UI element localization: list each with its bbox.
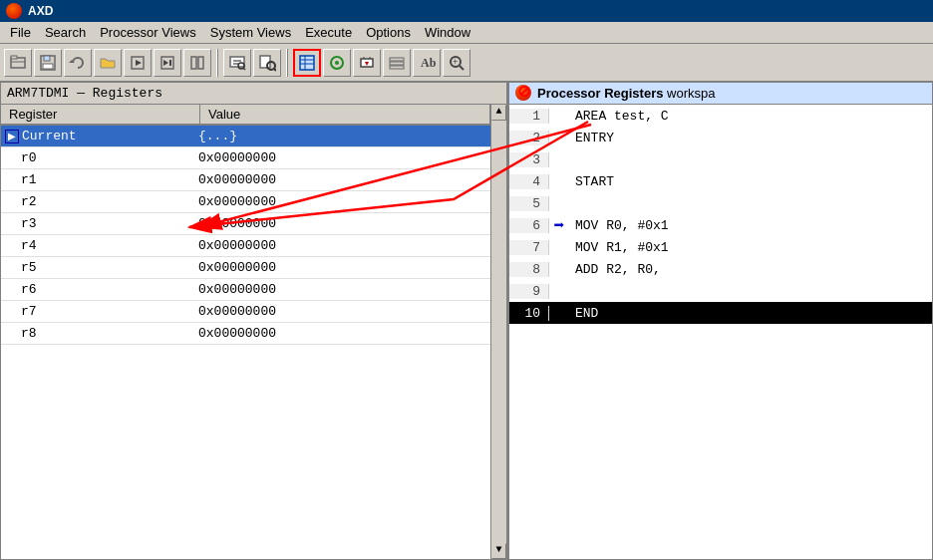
svg-line-37 (460, 66, 464, 70)
menu-window[interactable]: Window (419, 24, 476, 41)
toolbar-btn-1[interactable] (4, 49, 32, 77)
toolbar-btn-disasm[interactable]: Ab (413, 49, 441, 77)
toolbar-btn-7[interactable] (183, 49, 211, 77)
menu-options[interactable]: Options (360, 24, 417, 41)
svg-rect-32 (390, 58, 404, 61)
col-register: Register (1, 105, 200, 124)
toolbar-btn-2[interactable] (34, 49, 62, 77)
toolbar-btn-3[interactable] (64, 49, 92, 77)
reg-value-r0: 0x00000000 (190, 148, 490, 167)
svg-rect-13 (198, 57, 203, 69)
reg-value-r8: 0x00000000 (190, 324, 490, 343)
code-line-1: 1 AREA test, C (509, 105, 932, 127)
line-code-6: MOV R0, #0x1 (569, 218, 932, 233)
reg-name-r6: r6 (1, 280, 190, 299)
svg-rect-34 (390, 66, 404, 69)
code-panel-title: ⊘ Processor Registers workspa (509, 83, 932, 105)
svg-rect-5 (43, 64, 53, 69)
code-panel-title-text: Processor Registers workspa (537, 86, 716, 101)
expand-icon: ▶ (5, 130, 19, 143)
app-title: AXD (28, 4, 53, 18)
reg-value-r5: 0x00000000 (190, 258, 490, 277)
code-line-9: 9 (509, 280, 932, 302)
vertical-scrollbar[interactable]: ▲ ▼ (490, 105, 506, 559)
toolbar-btn-registers[interactable] (293, 49, 321, 77)
line-code-2: ENTRY (569, 131, 932, 145)
registers-panel-title: ARM7TDMI — Registers (1, 83, 506, 105)
toolbar-btn-6[interactable] (154, 49, 181, 77)
menu-execute[interactable]: Execute (299, 24, 358, 41)
reg-row-r3[interactable]: r3 0x00000000 (1, 213, 490, 235)
reg-row-r0[interactable]: r0 0x00000000 (1, 147, 490, 169)
reg-value-r4: 0x00000000 (190, 236, 490, 255)
reg-name-r1: r1 (1, 170, 190, 189)
reg-row-r5[interactable]: r5 0x00000000 (1, 257, 490, 279)
code-line-6: 6 ➡ MOV R0, #0x1 (509, 214, 932, 236)
line-num-9: 9 (509, 284, 549, 299)
app-icon (6, 3, 22, 19)
reg-row-current[interactable]: ▶ Current {...} (1, 126, 490, 147)
line-code-10: END (569, 306, 932, 321)
line-num-5: 5 (509, 196, 549, 211)
code-content: 1 AREA test, C 2 ENTRY 3 (509, 105, 932, 559)
registers-table: Register Value ▶ Current {...} r0 (1, 105, 490, 559)
menu-system-views[interactable]: System Views (204, 24, 297, 41)
menu-search[interactable]: Search (39, 24, 92, 41)
reg-name-r3: r3 (1, 214, 190, 233)
toolbar-btn-zoom[interactable]: + (443, 49, 470, 77)
svg-rect-22 (300, 56, 314, 70)
svg-marker-10 (163, 60, 168, 66)
col-value: Value (200, 105, 490, 124)
menu-processor-views[interactable]: Processor Views (94, 24, 202, 41)
line-num-2: 2 (509, 131, 549, 145)
toolbar-btn-mem1[interactable] (323, 49, 351, 77)
toolbar-btn-mem2[interactable] (353, 49, 381, 77)
reg-name-r0: r0 (1, 148, 190, 167)
line-code-4: START (569, 174, 932, 189)
svg-rect-1 (11, 56, 17, 59)
code-line-5: 5 (509, 192, 932, 214)
line-num-4: 4 (509, 174, 549, 189)
scroll-down-btn[interactable]: ▼ (491, 543, 506, 559)
menu-file[interactable]: File (4, 24, 37, 41)
line-num-3: 3 (509, 152, 549, 167)
code-line-7: 7 MOV R1, #0x1 (509, 236, 932, 258)
svg-line-18 (243, 68, 245, 70)
reg-row-r7[interactable]: r7 0x00000000 (1, 301, 490, 323)
code-panel: ⊘ Processor Registers workspa 1 AREA tes… (508, 82, 933, 560)
reg-name-r5: r5 (1, 258, 190, 277)
code-line-3: 3 (509, 148, 932, 170)
toolbar-btn-4[interactable] (94, 49, 122, 77)
main-content: ARM7TDMI — Registers Register Value ▶ Cu… (0, 82, 933, 560)
svg-text:+: + (453, 58, 458, 68)
reg-row-r1[interactable]: r1 0x00000000 (1, 169, 490, 191)
svg-rect-11 (169, 60, 171, 66)
reg-value-r6: 0x00000000 (190, 280, 490, 299)
toolbar: Ab + (0, 44, 933, 82)
reg-value-current: {...} (190, 127, 490, 145)
reg-name-r2: r2 (1, 192, 190, 211)
code-line-2: 2 ENTRY (509, 127, 932, 148)
code-line-10: 10 END (509, 302, 932, 324)
reg-row-r6[interactable]: r6 0x00000000 (1, 279, 490, 301)
reg-row-r2[interactable]: r2 0x00000000 (1, 191, 490, 213)
code-line-8: 8 ADD R2, R0, (509, 258, 932, 280)
reg-row-r8[interactable]: r8 0x00000000 (1, 323, 490, 345)
line-code-8: ADD R2, R0, (569, 262, 932, 277)
toolbar-btn-search1[interactable] (223, 49, 251, 77)
svg-point-27 (335, 61, 339, 65)
line-num-6: 6 (509, 218, 549, 233)
svg-text:Ab: Ab (421, 56, 436, 70)
reg-value-r1: 0x00000000 (190, 170, 490, 189)
line-num-7: 7 (509, 240, 549, 255)
toolbar-btn-search2[interactable] (253, 49, 281, 77)
reg-value-r7: 0x00000000 (190, 302, 490, 321)
scroll-up-btn[interactable]: ▲ (491, 105, 506, 121)
svg-rect-4 (44, 56, 50, 61)
toolbar-sep-2 (286, 49, 288, 77)
toolbar-btn-5[interactable] (124, 49, 152, 77)
svg-marker-8 (136, 60, 142, 66)
registers-panel: ARM7TDMI — Registers Register Value ▶ Cu… (0, 82, 508, 560)
reg-row-r4[interactable]: r4 0x00000000 (1, 235, 490, 257)
toolbar-btn-stack[interactable] (383, 49, 411, 77)
